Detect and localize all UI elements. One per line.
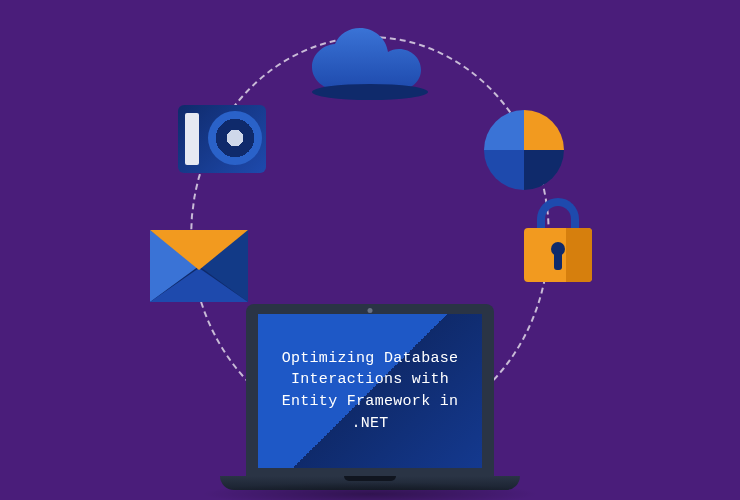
webcam-dot-icon bbox=[368, 308, 373, 313]
laptop-shadow bbox=[200, 482, 540, 500]
envelope-icon bbox=[150, 230, 248, 302]
laptop-screen-frame: Optimizing Database Interactions with En… bbox=[246, 304, 494, 476]
cloud-icon bbox=[300, 28, 440, 113]
screen-title-text: Optimizing Database Interactions with En… bbox=[268, 348, 472, 435]
laptop-notch bbox=[344, 476, 396, 481]
laptop-screen: Optimizing Database Interactions with En… bbox=[258, 314, 482, 468]
laptop: Optimizing Database Interactions with En… bbox=[220, 304, 520, 490]
lock-icon bbox=[524, 228, 592, 282]
illustration-canvas: Optimizing Database Interactions with En… bbox=[90, 10, 650, 490]
pie-chart-icon bbox=[484, 110, 564, 190]
storage-disc-icon bbox=[178, 105, 266, 173]
svg-point-0 bbox=[312, 84, 428, 100]
